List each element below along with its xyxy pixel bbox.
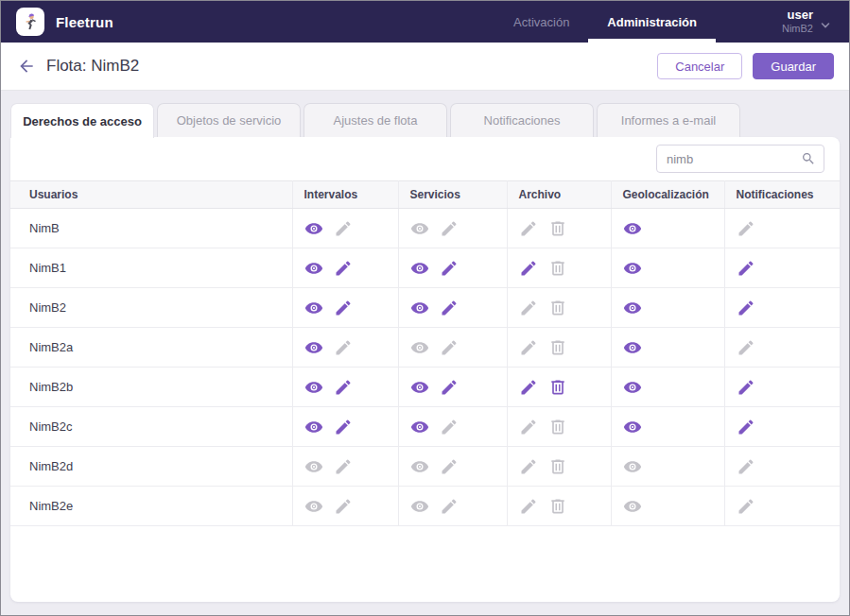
permission-cell-servicios bbox=[398, 248, 507, 288]
pencil-icon[interactable] bbox=[737, 378, 755, 397]
pencil-icon[interactable] bbox=[737, 259, 755, 278]
permission-cell-servicios bbox=[398, 487, 507, 526]
pencil-icon[interactable] bbox=[737, 457, 755, 476]
eye-icon[interactable] bbox=[304, 299, 323, 317]
trash-icon[interactable] bbox=[548, 259, 567, 278]
permission-cell-intervalos bbox=[292, 288, 398, 328]
pencil-icon[interactable] bbox=[334, 497, 353, 516]
column-header: Usuarios bbox=[10, 181, 292, 209]
eye-icon[interactable] bbox=[410, 299, 429, 317]
nav-item-activacion[interactable]: Activación bbox=[494, 1, 588, 43]
eye-icon[interactable] bbox=[304, 457, 323, 476]
pencil-icon[interactable] bbox=[519, 378, 538, 397]
pencil-icon[interactable] bbox=[334, 338, 353, 357]
eye-icon[interactable] bbox=[623, 338, 642, 357]
search-icon[interactable] bbox=[801, 151, 816, 166]
pencil-icon[interactable] bbox=[334, 219, 353, 238]
pencil-icon[interactable] bbox=[737, 299, 755, 317]
pencil-icon[interactable] bbox=[737, 219, 755, 238]
eye-icon[interactable] bbox=[410, 457, 429, 476]
tab-objetos-de-servicio[interactable]: Objetos de servicio bbox=[157, 103, 301, 137]
pencil-icon[interactable] bbox=[440, 497, 459, 516]
eye-icon[interactable] bbox=[623, 497, 642, 516]
pencil-icon[interactable] bbox=[440, 457, 459, 476]
eye-icon[interactable] bbox=[410, 418, 429, 436]
pencil-icon[interactable] bbox=[440, 219, 459, 238]
permission-cell-intervalos bbox=[292, 407, 398, 447]
eye-icon[interactable] bbox=[623, 378, 642, 397]
eye-icon[interactable] bbox=[410, 338, 429, 357]
eye-icon[interactable] bbox=[304, 338, 323, 357]
eye-icon[interactable] bbox=[304, 418, 323, 436]
save-button[interactable]: Guardar bbox=[753, 53, 834, 79]
search-input[interactable] bbox=[667, 152, 801, 166]
eye-icon[interactable] bbox=[623, 418, 642, 436]
permission-cell-intervalos bbox=[292, 248, 398, 288]
pencil-icon[interactable] bbox=[519, 259, 538, 278]
tab-ajustes-de-flota[interactable]: Ajustes de flota bbox=[304, 103, 447, 137]
eye-icon[interactable] bbox=[623, 259, 642, 278]
trash-icon[interactable] bbox=[548, 497, 567, 516]
user-account: NimB2 bbox=[782, 23, 813, 36]
trash-icon[interactable] bbox=[548, 418, 567, 436]
pencil-icon[interactable] bbox=[440, 259, 459, 278]
table-row: NimB bbox=[10, 209, 840, 248]
nav-item-administracion[interactable]: Administración bbox=[588, 1, 716, 43]
trash-icon[interactable] bbox=[548, 457, 567, 476]
pencil-icon[interactable] bbox=[519, 219, 538, 238]
trash-icon[interactable] bbox=[548, 219, 567, 238]
pencil-icon[interactable] bbox=[334, 299, 353, 317]
pencil-icon[interactable] bbox=[440, 299, 459, 317]
pencil-icon[interactable] bbox=[737, 338, 755, 357]
trash-icon[interactable] bbox=[548, 299, 567, 317]
permission-cell-archivo bbox=[507, 447, 611, 487]
eye-icon[interactable] bbox=[304, 259, 323, 278]
back-button[interactable] bbox=[16, 56, 37, 77]
permission-cell-geolocalizacion bbox=[611, 368, 724, 407]
top-nav: Activación Administración bbox=[494, 1, 716, 43]
eye-icon[interactable] bbox=[410, 497, 429, 516]
pencil-icon[interactable] bbox=[519, 457, 538, 476]
trash-icon[interactable] bbox=[548, 338, 567, 357]
pencil-icon[interactable] bbox=[519, 497, 538, 516]
pencil-icon[interactable] bbox=[334, 378, 353, 397]
permission-cell-servicios bbox=[398, 209, 507, 248]
eye-icon[interactable] bbox=[410, 259, 429, 278]
permission-cell-notificaciones bbox=[724, 288, 840, 328]
pencil-icon[interactable] bbox=[737, 418, 755, 436]
pencil-icon[interactable] bbox=[440, 378, 459, 397]
eye-icon[interactable] bbox=[410, 219, 429, 238]
column-header: Geolocalización bbox=[611, 181, 724, 209]
trash-icon[interactable] bbox=[548, 378, 567, 397]
pencil-icon[interactable] bbox=[440, 418, 459, 436]
pencil-icon[interactable] bbox=[737, 497, 755, 516]
permission-cell-archivo bbox=[507, 487, 611, 526]
eye-icon[interactable] bbox=[623, 299, 642, 317]
permission-cell-archivo bbox=[507, 407, 611, 447]
user-menu[interactable]: user NimB2 bbox=[782, 8, 830, 36]
pencil-icon[interactable] bbox=[334, 418, 353, 436]
column-header: Notificaciones bbox=[724, 181, 840, 209]
tab-notificaciones[interactable]: Notificaciones bbox=[450, 103, 594, 137]
eye-icon[interactable] bbox=[304, 219, 323, 238]
app-logo[interactable] bbox=[16, 8, 44, 36]
eye-icon[interactable] bbox=[410, 378, 429, 397]
cancel-button[interactable]: Cancelar bbox=[657, 53, 742, 79]
app-header: Fleetrun Activación Administración user … bbox=[1, 1, 849, 43]
user-name-cell: NimB2 bbox=[10, 288, 292, 328]
pencil-icon[interactable] bbox=[519, 418, 538, 436]
tab-informes-a-email[interactable]: Informes a e-mail bbox=[597, 103, 740, 137]
eye-icon[interactable] bbox=[304, 497, 323, 516]
permissions-table: UsuariosIntervalosServiciosArchivoGeoloc… bbox=[10, 180, 840, 526]
pencil-icon[interactable] bbox=[440, 338, 459, 357]
pencil-icon[interactable] bbox=[334, 259, 353, 278]
tab-derechos-de-acceso[interactable]: Derechos de acceso bbox=[10, 103, 154, 138]
user-name-cell: NimB2a bbox=[10, 328, 292, 368]
pencil-icon[interactable] bbox=[519, 338, 538, 357]
eye-icon[interactable] bbox=[304, 378, 323, 397]
pencil-icon[interactable] bbox=[334, 457, 353, 476]
column-header: Intervalos bbox=[292, 181, 398, 209]
eye-icon[interactable] bbox=[623, 219, 642, 238]
eye-icon[interactable] bbox=[623, 457, 642, 476]
pencil-icon[interactable] bbox=[519, 299, 538, 317]
